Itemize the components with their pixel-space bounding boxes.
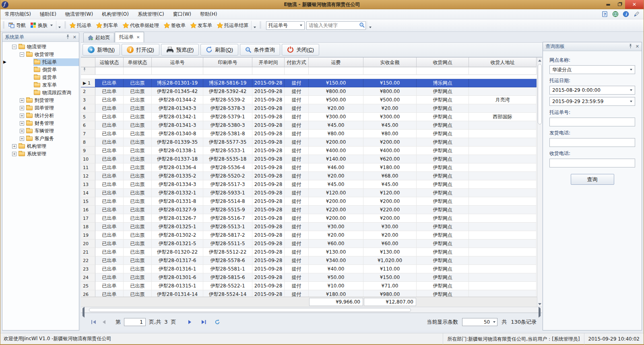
grid-filter-cell[interactable]: [252, 67, 285, 75]
page-size-selector[interactable]: 50: [462, 318, 497, 326]
waybill-no-input[interactable]: [549, 118, 635, 126]
prev-page-button[interactable]: [99, 320, 109, 324]
collapse-icon[interactable]: −: [20, 52, 24, 57]
expand-icon[interactable]: +: [20, 136, 24, 141]
tree-node-body[interactable]: 统计分析: [26, 112, 79, 120]
grid-filter-cell[interactable]: [417, 67, 469, 75]
search-overflow-button[interactable]: [367, 21, 372, 30]
table-row[interactable]: 18已出单已出票伊犁28-01325-1伊犁28-5513-12015-09-2…: [81, 223, 537, 231]
scrollbar-thumb[interactable]: [89, 308, 411, 312]
branch-selector[interactable]: 华凌分点: [549, 65, 635, 74]
grid-filter-cell[interactable]: [81, 67, 95, 75]
tab-close-icon[interactable]: ✕: [136, 35, 140, 39]
toolbar-overflow-button[interactable]: [56, 21, 61, 30]
tab-home[interactable]: 起始页: [83, 33, 114, 42]
globe-icon[interactable]: [612, 11, 619, 18]
info-icon[interactable]: i: [622, 11, 629, 18]
tree-item[interactable]: −收货管理: [2, 51, 79, 58]
table-row[interactable]: 13已出单已出票伊犁28-01334-3伊犁28-5517-32015-09-2…: [81, 180, 537, 189]
expand-icon[interactable]: +: [20, 98, 24, 103]
grid-filter-cell[interactable]: [124, 67, 152, 75]
table-row[interactable]: 6已出单已出票伊犁28-01341-3伊犁28-5380-32015-09-28…: [81, 121, 537, 130]
tree-item[interactable]: +车辆管理: [2, 127, 79, 135]
help-book-icon[interactable]: ?: [601, 11, 608, 18]
toolbar-grip[interactable]: [64, 22, 66, 29]
favorite-item[interactable]: 到车单: [94, 21, 120, 30]
signature-pen-icon[interactable]: [633, 11, 640, 18]
tree-item[interactable]: 物流跟踪查询: [2, 89, 79, 97]
collapse-icon[interactable]: −: [12, 45, 17, 49]
refresh-button[interactable]: 刷新(Q): [200, 44, 238, 56]
grid-new-row[interactable]: [81, 75, 537, 79]
table-row[interactable]: ▶ 1已出单已出票博乐28-01301-19博乐28-5816-192015-0…: [81, 79, 537, 87]
table-row[interactable]: 7已出单已出票伊犁28-01340-8伊犁28-5381-82015-09-28…: [81, 130, 537, 138]
table-row[interactable]: 4已出单已出票伊犁28-01343-3伊犁28-5378-32015-09-28…: [81, 104, 537, 113]
tree-item[interactable]: +统计分析: [2, 112, 79, 120]
restore-button[interactable]: [614, 0, 625, 9]
favorite-item[interactable]: 托运单: [68, 21, 93, 30]
table-row[interactable]: 24已出单已出票伊犁28-01301-6伊犁28-5815-62015-09-2…: [81, 273, 537, 282]
last-page-button[interactable]: [198, 320, 209, 324]
grid-filter-cell[interactable]: [95, 67, 124, 75]
toolbar-grip[interactable]: [260, 22, 261, 29]
tree-node-body[interactable]: 到货管理: [26, 97, 79, 104]
table-row[interactable]: 3已出单已出票伊犁28-01344-2伊犁28-5539-22015-09-28…: [81, 96, 537, 104]
tree-item[interactable]: +系统管理: [2, 150, 79, 158]
tree-node-body[interactable]: 托运单: [33, 58, 79, 66]
expand-icon[interactable]: +: [20, 106, 24, 110]
tree-item[interactable]: +客户服务: [2, 135, 79, 143]
favorite-item[interactable]: 托运单结算: [215, 21, 250, 30]
tree-node-body[interactable]: 财务管理: [26, 120, 79, 127]
navigation-button[interactable]: 导航: [6, 21, 28, 30]
favorite-item[interactable]: 发车单: [188, 21, 214, 30]
minimize-button[interactable]: ▬: [603, 0, 614, 9]
tree-node-body[interactable]: 机构管理: [18, 143, 79, 150]
tree-node-body[interactable]: 车辆管理: [26, 127, 79, 135]
grid-header-cell[interactable]: 单据状态: [124, 58, 152, 67]
tree-item[interactable]: 提货单: [2, 74, 79, 81]
grid-filter-cell[interactable]: [469, 67, 537, 75]
tab-waybill[interactable]: 托运单 ✕: [115, 32, 144, 42]
expand-icon[interactable]: +: [20, 121, 24, 126]
favorite-item[interactable]: 签收单: [162, 21, 188, 30]
tree-node-body[interactable]: 收货管理: [26, 51, 79, 58]
scroll-left-icon[interactable]: [83, 308, 85, 316]
tree-node-body[interactable]: 回单管理: [26, 104, 79, 112]
tree-item[interactable]: +到货管理: [2, 97, 79, 104]
table-row[interactable]: 15已出单已出票伊犁28-01331-8伊犁28-5514-82015-09-2…: [81, 197, 537, 206]
page-number-input[interactable]: [124, 318, 146, 326]
table-row[interactable]: 12已出单已出票伊犁28-01335-2伊犁28-5520-22015-09-2…: [81, 172, 537, 180]
grid-header-cell[interactable]: 开单时间: [252, 58, 285, 67]
pin-icon[interactable]: [66, 34, 70, 41]
menu-item[interactable]: 物流管理(W): [61, 9, 97, 19]
grid-header-cell[interactable]: 运费: [309, 58, 363, 67]
table-row[interactable]: 17已出单已出票伊犁28-01326-7伊犁28-5516-72015-09-2…: [81, 214, 537, 223]
tree-node-body[interactable]: 物流跟踪查询: [33, 89, 79, 97]
tree-item[interactable]: 发车单: [2, 81, 79, 89]
grid-header-cell[interactable]: [81, 58, 95, 67]
grid-filter-cell[interactable]: [152, 67, 203, 75]
tree-node-body[interactable]: 客户服务: [26, 135, 79, 143]
menu-item[interactable]: 帮助(H): [196, 9, 221, 19]
table-row[interactable]: 8已出单已出票伊犁28-01339-35伊犁28-5577-352015-09-…: [81, 138, 537, 147]
grid-horizontal-scrollbar[interactable]: [81, 307, 542, 313]
expand-icon[interactable]: +: [20, 129, 24, 133]
preview-button[interactable]: 预览(P): [161, 44, 199, 56]
grid-filter-cell[interactable]: [309, 67, 363, 75]
tree-item[interactable]: +回单管理: [2, 104, 79, 112]
grid-header-cell[interactable]: 收货人地址: [469, 58, 537, 67]
toolbar-grip[interactable]: [3, 22, 4, 29]
grid-header-cell[interactable]: 运输状态: [95, 58, 124, 67]
tree-item[interactable]: +机构管理: [2, 143, 79, 150]
table-row[interactable]: 14已出单已出票伊犁28-01332-1伊犁28-5933-12015-09-2…: [81, 189, 537, 197]
tree-node-body[interactable]: 提货单: [33, 74, 79, 81]
table-row[interactable]: 22已出单已出票伊犁28-01317-6伊犁28-5578-62015-09-2…: [81, 256, 537, 265]
first-page-button[interactable]: [88, 320, 99, 324]
tree-node-body[interactable]: 倒货单: [33, 66, 79, 74]
table-row[interactable]: 10已出单已出票伊犁28-01337-18伊犁28-5535-182015-09…: [81, 155, 537, 163]
table-row[interactable]: 20已出单已出票伊犁28-01321-5伊犁28-5511-52015-09-2…: [81, 240, 537, 248]
grid-vertical-scrollbar[interactable]: [537, 58, 542, 307]
grid-filter-cell[interactable]: [203, 67, 252, 75]
close-tab-button[interactable]: 关闭(C): [282, 44, 319, 56]
table-row[interactable]: 25已出单已出票伊犁28-01315-1伊犁28-5522-12015-09-2…: [81, 282, 537, 290]
